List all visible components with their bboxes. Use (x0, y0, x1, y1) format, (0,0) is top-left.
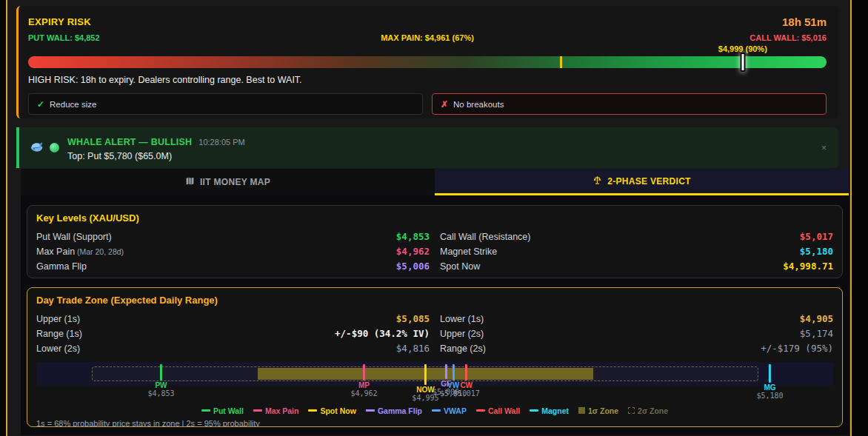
marker-code: CW (460, 381, 473, 389)
expiry-risk-title: EXPIRY RISK (28, 16, 91, 27)
tab-2-phase-verdict[interactable]: 2-PHASE VERDICT (435, 169, 849, 195)
verdict-panel: IIT MONEY MAP 2-PHASE VERDICT (21, 169, 849, 435)
whale-icon (30, 141, 44, 155)
level-value: $5,180 (800, 246, 833, 257)
advice-no-breakouts: ✗ No breakouts (432, 93, 827, 115)
app-frame: EXPIRY RISK 18h 51m PUT WALL: $4,852 MAX… (6, 0, 852, 436)
whale-alert-banner: WHALE ALERT — BULLISH10:28:05 PM Top: Pu… (16, 127, 838, 168)
marker-magnet: MG$5,180 (756, 364, 783, 400)
put-wall-label: PUT WALL: $4,852 (28, 33, 381, 44)
legend-item: Spot Now (308, 406, 355, 415)
close-icon[interactable]: × (821, 144, 827, 152)
legend-swatch (476, 409, 485, 412)
day-trade-zone-rows: Upper (1s)$5,085Lower (1s)$4,905Range (1… (36, 311, 833, 355)
level-row: Range (1s)+/-$90 (34.2% IV)Upper (2s)$5,… (36, 326, 833, 341)
level-label: Call Wall (Resistance) (440, 232, 530, 242)
legend-swatch (578, 407, 585, 414)
marker-code: MG (764, 383, 775, 392)
tab-label: IIT MONEY MAP (200, 177, 270, 187)
spot-price-marker (740, 53, 745, 72)
marker-line (363, 364, 365, 380)
legend-swatch (308, 409, 317, 412)
max-pain-tick (560, 56, 562, 68)
marker-max-pain: MP$4,962 (350, 364, 377, 398)
level-value: $4,962 (396, 246, 430, 257)
level-label: Put Wall (Support) (36, 232, 112, 242)
chart-legend: Put WallMax PainSpot NowGamma FlipVWAPCa… (36, 406, 833, 415)
level-label: Upper (1s) (36, 314, 80, 324)
level-row: Max Pain (Mar 20, 28d)$4,962Magnet Strik… (36, 244, 833, 258)
max-pain-label: MAX PAIN: $4,961 (67%) (381, 33, 474, 44)
legend-item: Put Wall (201, 406, 244, 415)
level-label: Spot Now (440, 261, 480, 272)
day-trade-zone-title: Day Trade Zone (Expected Daily Range) (36, 295, 833, 306)
legend-label: Gamma Flip (378, 406, 422, 415)
level-value: $5,006 (396, 261, 430, 272)
legend-item: 2σ Zone (628, 406, 668, 415)
level-value: $5,017 (800, 231, 833, 242)
range-chart: PW$4,853MP$4,962NOW$4,995GF$5,006VW$5,01… (36, 362, 833, 403)
legend-swatch (253, 409, 262, 412)
legend-label: Max Pain (265, 406, 299, 415)
marker-line (160, 364, 162, 380)
legend-item: Call Wall (476, 406, 520, 415)
trading-dashboard: EXPIRY RISK 18h 51m PUT WALL: $4,852 MAX… (0, 0, 868, 436)
level-label: Lower (2s) (36, 343, 80, 354)
legend-label: VWAP (444, 406, 467, 415)
expiry-risk-panel: EXPIRY RISK 18h 51m PUT WALL: $4,852 MAX… (16, 6, 838, 118)
marker-line (424, 364, 427, 385)
level-row: Upper (1s)$5,085Lower (1s)$4,905 (36, 311, 833, 326)
legend-label: Call Wall (488, 406, 520, 415)
level-label: Range (2s) (440, 343, 486, 354)
whale-alert-title: WHALE ALERT — BULLISH (67, 137, 192, 147)
marker-code: MP (358, 381, 370, 389)
level-value: $5,085 (396, 313, 430, 324)
legend-item: 1σ Zone (578, 406, 618, 415)
legend-item: Gamma Flip (366, 406, 422, 415)
legend-label: 1σ Zone (588, 406, 618, 415)
advice-text: No breakouts (453, 100, 504, 109)
probability-footnote: 1s = 68% probability price stays in zone… (36, 419, 833, 427)
tab-iit-money-map[interactable]: IIT MONEY MAP (21, 169, 435, 195)
marker-put-wall: PW$4,853 (147, 364, 174, 398)
level-value: $5,174 (800, 328, 833, 339)
legend-swatch (432, 409, 441, 412)
level-value: $4,816 (396, 343, 430, 354)
level-value: +/-$90 (34.2% IV) (335, 328, 430, 339)
key-levels-rows: Put Wall (Support)$4,853Call Wall (Resis… (36, 229, 833, 273)
marker-code: PW (155, 381, 167, 389)
legend-label: Spot Now (320, 406, 355, 415)
tab-label: 2-PHASE VERDICT (607, 176, 691, 187)
tab-bar: IIT MONEY MAP 2-PHASE VERDICT (21, 169, 849, 195)
legend-label: Magnet (541, 406, 569, 415)
level-row: Gamma Flip$5,006Spot Now$4,998.71 (36, 258, 833, 273)
advice-text: Reduce size (50, 100, 96, 109)
legend-label: 2σ Zone (638, 406, 668, 415)
marker-price: $5,180 (756, 392, 783, 400)
marker-line (465, 364, 467, 380)
legend-swatch (201, 409, 210, 412)
legend-swatch (366, 409, 375, 412)
legend-item: VWAP (432, 406, 467, 415)
key-levels-title: Key Levels (XAU/USD) (36, 212, 833, 224)
legend-item: Magnet (530, 406, 569, 415)
call-wall-label: CALL WALL: $5,016 (474, 33, 827, 44)
key-levels-panel: Key Levels (XAU/USD) Put Wall (Support)$… (27, 205, 843, 278)
legend-swatch (530, 409, 538, 412)
map-icon (185, 176, 195, 188)
scales-icon (592, 175, 602, 187)
marker-price: $4,962 (350, 389, 377, 398)
marker-line (769, 364, 771, 383)
marker-call-wall: CW$5,017 (453, 364, 480, 398)
level-value: $4,905 (800, 313, 833, 324)
marker-price: $4,853 (147, 389, 174, 398)
level-label: Range (1s) (36, 329, 82, 339)
expiry-risk-gradient-bar (28, 56, 827, 68)
level-value: $4,998.71 (783, 261, 833, 272)
level-label: Lower (1s) (440, 314, 484, 324)
cross-icon: ✗ (441, 99, 448, 110)
level-label: Gamma Flip (36, 261, 87, 272)
legend-swatch (628, 407, 635, 414)
green-circle-icon (50, 143, 59, 152)
level-label: Magnet Strike (440, 246, 497, 257)
